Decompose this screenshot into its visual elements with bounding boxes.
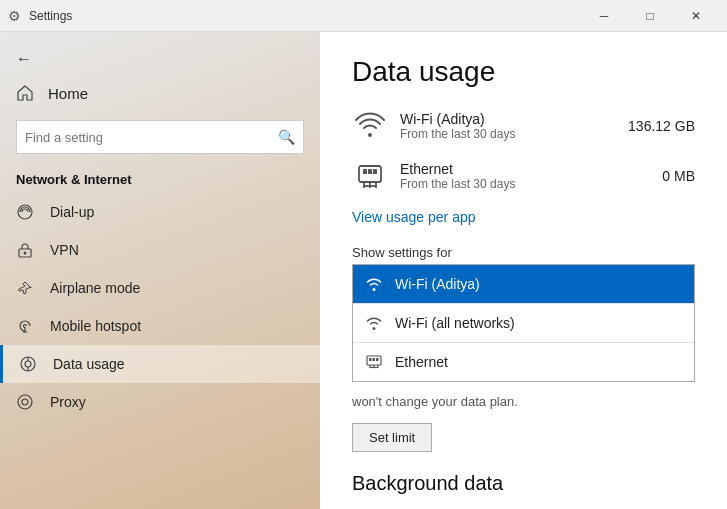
ethernet-usage-icon [352, 158, 388, 194]
dropdown-option-ethernet[interactable]: Ethernet [353, 343, 694, 381]
ethernet-usage-item: Ethernet From the last 30 days 0 MB [352, 158, 695, 194]
svg-point-9 [18, 395, 32, 409]
background-data-heading: Background data [352, 472, 695, 495]
sidebar-item-datausage[interactable]: Data usage [0, 345, 320, 383]
wifi-usage-icon [352, 108, 388, 144]
view-usage-link[interactable]: View usage per app [352, 209, 476, 225]
ethernet-usage-details: Ethernet From the last 30 days [400, 161, 662, 191]
titlebar-controls: ─ □ ✕ [581, 0, 719, 32]
wifi-usage-details: Wi-Fi (Aditya) From the last 30 days [400, 111, 628, 141]
home-label: Home [48, 85, 88, 102]
svg-rect-17 [368, 169, 372, 174]
minimize-button[interactable]: ─ [581, 0, 627, 32]
sidebar-item-hotspot-label: Mobile hotspot [50, 318, 141, 334]
set-limit-button[interactable]: Set limit [352, 423, 432, 452]
sidebar-item-hotspot[interactable]: Mobile hotspot [0, 307, 320, 345]
sidebar-item-proxy[interactable]: Proxy [0, 383, 320, 421]
svg-rect-16 [363, 169, 367, 174]
datausage-icon [19, 355, 39, 373]
sidebar-item-home[interactable]: Home [0, 74, 320, 112]
sidebar-item-dialup[interactable]: Dial-up [0, 193, 320, 231]
ethernet-usage-amount: 0 MB [662, 168, 695, 184]
search-box[interactable]: 🔍 [16, 120, 304, 154]
sidebar-item-datausage-label: Data usage [53, 356, 125, 372]
titlebar: ⚙ Settings ─ □ ✕ [0, 0, 727, 32]
maximize-button[interactable]: □ [627, 0, 673, 32]
dropdown-option-wifi-aditya[interactable]: Wi-Fi (Aditya) [353, 265, 694, 303]
sidebar-item-vpn[interactable]: VPN [0, 231, 320, 269]
ethernet-opt-icon [365, 353, 385, 371]
wifi-usage-name: Wi-Fi (Aditya) [400, 111, 628, 127]
dropdown-container: Wi-Fi (Aditya) Wi-Fi (all networks) [352, 264, 695, 382]
svg-rect-18 [373, 169, 377, 174]
sidebar-item-dialup-label: Dial-up [50, 204, 94, 220]
wifi-usage-amount: 136.12 GB [628, 118, 695, 134]
sidebar-item-airplane[interactable]: Airplane mode [0, 269, 320, 307]
proxy-icon [16, 393, 36, 411]
svg-point-2 [24, 252, 27, 255]
wifi-all-icon [365, 314, 385, 332]
dropdown-option-ethernet-label: Ethernet [395, 354, 448, 370]
dropdown-option-wifi-all-label: Wi-Fi (all networks) [395, 315, 515, 331]
section-title: Network & Internet [0, 162, 320, 193]
back-button[interactable]: ← [0, 44, 320, 74]
page-title: Data usage [352, 56, 695, 88]
vpn-icon [16, 241, 36, 259]
back-icon: ← [16, 50, 32, 68]
airplane-icon [16, 279, 36, 297]
wifi-usage-item: Wi-Fi (Aditya) From the last 30 days 136… [352, 108, 695, 144]
search-input[interactable] [25, 130, 278, 145]
sidebar-item-proxy-label: Proxy [50, 394, 86, 410]
content-area: Data usage Wi-Fi (Aditya) From the last … [320, 32, 727, 509]
home-icon [16, 84, 34, 102]
search-icon: 🔍 [278, 129, 295, 145]
dropdown-option-wifi-aditya-label: Wi-Fi (Aditya) [395, 276, 480, 292]
close-button[interactable]: ✕ [673, 0, 719, 32]
svg-rect-26 [376, 358, 379, 361]
ethernet-usage-period: From the last 30 days [400, 177, 662, 191]
show-settings-label: Show settings for [352, 245, 695, 260]
wifi-usage-period: From the last 30 days [400, 127, 628, 141]
wifi-aditya-icon [365, 275, 385, 293]
svg-point-10 [22, 399, 28, 405]
dialup-icon [16, 203, 36, 221]
main-container: ← Home 🔍 Network & Internet [0, 32, 727, 509]
svg-rect-24 [369, 358, 372, 361]
plan-note: won't change your data plan. [352, 394, 695, 409]
svg-point-6 [25, 361, 31, 367]
settings-icon: ⚙ [8, 8, 21, 24]
sidebar-item-airplane-label: Airplane mode [50, 280, 140, 296]
hotspot-icon [16, 317, 36, 335]
titlebar-title: Settings [29, 9, 72, 23]
sidebar: ← Home 🔍 Network & Internet [0, 32, 320, 509]
titlebar-left: ⚙ Settings [8, 8, 72, 24]
svg-rect-25 [373, 358, 376, 361]
dropdown-option-wifi-all[interactable]: Wi-Fi (all networks) [353, 304, 694, 342]
sidebar-item-vpn-label: VPN [50, 242, 79, 258]
ethernet-usage-name: Ethernet [400, 161, 662, 177]
